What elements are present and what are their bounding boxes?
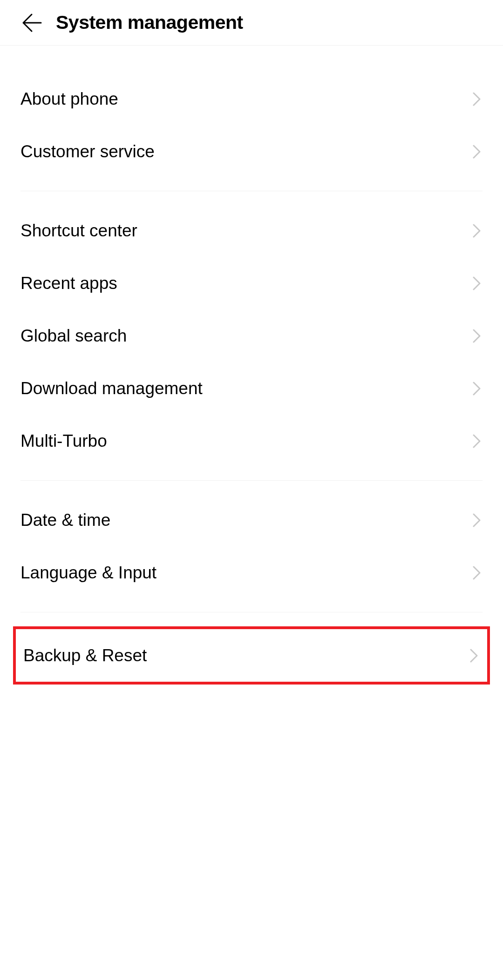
list-item-label: Date & time	[20, 510, 110, 530]
date-time-item[interactable]: Date & time	[20, 494, 483, 546]
about-phone-item[interactable]: About phone	[20, 73, 483, 125]
chevron-right-icon	[471, 278, 483, 289]
list-item-label: Language & Input	[20, 563, 156, 583]
global-search-item[interactable]: Global search	[20, 309, 483, 362]
recent-apps-item[interactable]: Recent apps	[20, 257, 483, 309]
chevron-right-icon	[471, 330, 483, 342]
shortcut-center-item[interactable]: Shortcut center	[20, 204, 483, 257]
chevron-right-icon	[471, 515, 483, 526]
chevron-right-icon	[471, 436, 483, 447]
language-input-item[interactable]: Language & Input	[20, 546, 483, 599]
customer-service-item[interactable]: Customer service	[20, 125, 483, 178]
list-item-label: Recent apps	[20, 274, 117, 293]
chevron-right-icon	[471, 567, 483, 578]
backup-reset-item[interactable]: Backup & Reset	[16, 629, 487, 682]
section-group-1: About phone Customer service	[0, 73, 503, 178]
divider	[20, 480, 483, 481]
section-group-2: Shortcut center Recent apps Global searc…	[0, 204, 503, 467]
settings-list: About phone Customer service Shortcut ce…	[0, 46, 503, 685]
back-icon[interactable]	[20, 12, 43, 34]
divider	[20, 612, 483, 612]
chevron-right-icon	[471, 225, 483, 236]
header: System management	[0, 0, 503, 46]
download-management-item[interactable]: Download management	[20, 362, 483, 415]
multi-turbo-item[interactable]: Multi-Turbo	[20, 415, 483, 467]
page-title: System management	[56, 12, 243, 34]
list-item-label: Multi-Turbo	[20, 431, 107, 451]
chevron-right-icon	[471, 383, 483, 394]
divider	[20, 191, 483, 191]
chevron-right-icon	[469, 650, 480, 661]
list-item-label: Download management	[20, 379, 203, 398]
list-item-label: Backup & Reset	[23, 646, 147, 665]
list-item-label: Customer service	[20, 142, 155, 161]
chevron-right-icon	[471, 146, 483, 157]
list-item-label: Shortcut center	[20, 221, 137, 241]
list-item-label: About phone	[20, 89, 118, 109]
list-item-label: Global search	[20, 326, 127, 346]
section-group-3: Date & time Language & Input	[0, 494, 503, 599]
highlighted-item-box: Backup & Reset	[13, 626, 490, 685]
chevron-right-icon	[471, 94, 483, 105]
